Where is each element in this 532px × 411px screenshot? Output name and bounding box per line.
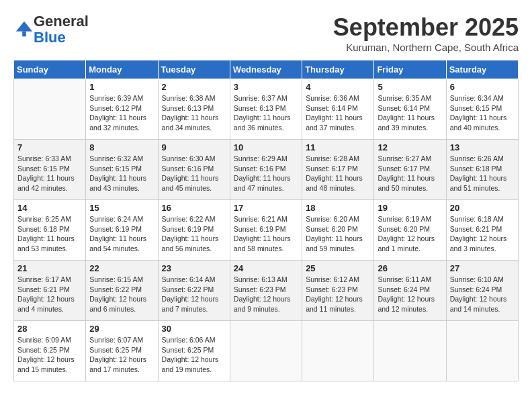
day-info: Sunrise: 6:33 AM Sunset: 6:15 PM Dayligh…	[17, 154, 82, 193]
calendar-cell: 18Sunrise: 6:20 AM Sunset: 6:20 PM Dayli…	[302, 200, 374, 261]
calendar-header-wednesday: Wednesday	[230, 60, 302, 79]
calendar-cell: 14Sunrise: 6:25 AM Sunset: 6:18 PM Dayli…	[14, 200, 86, 261]
calendar-header-tuesday: Tuesday	[158, 60, 230, 79]
day-number: 2	[162, 82, 226, 92]
day-number: 29	[89, 324, 154, 334]
day-number: 7	[17, 142, 82, 152]
day-info: Sunrise: 6:25 AM Sunset: 6:18 PM Dayligh…	[17, 214, 82, 254]
calendar-week-row: 7Sunrise: 6:33 AM Sunset: 6:15 PM Daylig…	[14, 140, 519, 200]
calendar-cell: 16Sunrise: 6:22 AM Sunset: 6:19 PM Dayli…	[158, 200, 230, 261]
day-info: Sunrise: 6:24 AM Sunset: 6:19 PM Dayligh…	[89, 214, 154, 254]
calendar-header-monday: Monday	[86, 60, 158, 79]
calendar-cell: 30Sunrise: 6:06 AM Sunset: 6:25 PM Dayli…	[158, 321, 230, 381]
day-info: Sunrise: 6:39 AM Sunset: 6:12 PM Dayligh…	[89, 93, 154, 133]
calendar-cell: 21Sunrise: 6:17 AM Sunset: 6:21 PM Dayli…	[14, 261, 86, 321]
day-number: 11	[306, 142, 370, 152]
day-info: Sunrise: 6:06 AM Sunset: 6:25 PM Dayligh…	[162, 335, 226, 375]
calendar-cell: 23Sunrise: 6:14 AM Sunset: 6:22 PM Dayli…	[158, 261, 230, 321]
day-number: 30	[162, 324, 226, 334]
day-info: Sunrise: 6:27 AM Sunset: 6:17 PM Dayligh…	[378, 154, 442, 193]
calendar-header-row: SundayMondayTuesdayWednesdayThursdayFrid…	[14, 60, 519, 79]
day-number: 5	[378, 82, 442, 92]
calendar-cell	[374, 321, 446, 381]
day-number: 10	[234, 142, 298, 152]
calendar-cell: 10Sunrise: 6:29 AM Sunset: 6:16 PM Dayli…	[230, 140, 302, 200]
day-number: 8	[89, 142, 154, 152]
calendar-cell: 27Sunrise: 6:10 AM Sunset: 6:24 PM Dayli…	[446, 261, 518, 321]
day-info: Sunrise: 6:22 AM Sunset: 6:19 PM Dayligh…	[162, 214, 226, 254]
calendar-cell: 29Sunrise: 6:07 AM Sunset: 6:25 PM Dayli…	[86, 321, 158, 381]
calendar-cell	[302, 321, 374, 381]
calendar-cell: 12Sunrise: 6:27 AM Sunset: 6:17 PM Dayli…	[374, 140, 446, 200]
day-info: Sunrise: 6:20 AM Sunset: 6:20 PM Dayligh…	[306, 214, 370, 254]
day-info: Sunrise: 6:17 AM Sunset: 6:21 PM Dayligh…	[17, 275, 82, 314]
day-number: 9	[162, 142, 226, 152]
title-block: September 2025 Kuruman, Northern Cape, S…	[333, 13, 519, 53]
day-number: 19	[378, 203, 442, 213]
day-number: 1	[89, 82, 154, 92]
svg-rect-1	[22, 32, 26, 36]
page-header: General Blue September 2025 Kuruman, Nor…	[13, 13, 519, 53]
logo-icon	[15, 20, 34, 39]
day-info: Sunrise: 6:26 AM Sunset: 6:18 PM Dayligh…	[450, 154, 515, 193]
day-number: 28	[17, 324, 82, 334]
svg-marker-0	[16, 21, 32, 32]
calendar-table: SundayMondayTuesdayWednesdayThursdayFrid…	[13, 60, 519, 381]
calendar-cell: 26Sunrise: 6:11 AM Sunset: 6:24 PM Dayli…	[374, 261, 446, 321]
calendar-cell: 4Sunrise: 6:36 AM Sunset: 6:14 PM Daylig…	[302, 79, 374, 140]
day-info: Sunrise: 6:15 AM Sunset: 6:22 PM Dayligh…	[89, 275, 154, 314]
calendar-header-sunday: Sunday	[14, 60, 86, 79]
day-info: Sunrise: 6:11 AM Sunset: 6:24 PM Dayligh…	[378, 275, 442, 314]
calendar-cell	[14, 79, 86, 140]
day-info: Sunrise: 6:30 AM Sunset: 6:16 PM Dayligh…	[162, 154, 226, 193]
calendar-cell: 7Sunrise: 6:33 AM Sunset: 6:15 PM Daylig…	[14, 140, 86, 200]
day-number: 14	[17, 203, 82, 213]
day-info: Sunrise: 6:19 AM Sunset: 6:20 PM Dayligh…	[378, 214, 442, 254]
day-info: Sunrise: 6:14 AM Sunset: 6:22 PM Dayligh…	[162, 275, 226, 314]
day-info: Sunrise: 6:18 AM Sunset: 6:21 PM Dayligh…	[450, 214, 515, 254]
logo-general-text: General	[34, 13, 89, 30]
day-number: 15	[89, 203, 154, 213]
day-number: 4	[306, 82, 370, 92]
calendar-cell	[230, 321, 302, 381]
calendar-header-saturday: Saturday	[446, 60, 518, 79]
day-number: 20	[450, 203, 515, 213]
month-title: September 2025	[333, 13, 519, 42]
day-number: 17	[234, 203, 298, 213]
day-info: Sunrise: 6:37 AM Sunset: 6:13 PM Dayligh…	[234, 93, 298, 133]
day-info: Sunrise: 6:12 AM Sunset: 6:23 PM Dayligh…	[306, 275, 370, 314]
day-info: Sunrise: 6:36 AM Sunset: 6:14 PM Dayligh…	[306, 93, 370, 133]
day-number: 25	[306, 263, 370, 273]
day-number: 27	[450, 263, 515, 273]
day-info: Sunrise: 6:29 AM Sunset: 6:16 PM Dayligh…	[234, 154, 298, 193]
day-info: Sunrise: 6:32 AM Sunset: 6:15 PM Dayligh…	[89, 154, 154, 193]
day-number: 3	[234, 82, 298, 92]
day-number: 24	[234, 263, 298, 273]
calendar-cell: 28Sunrise: 6:09 AM Sunset: 6:25 PM Dayli…	[14, 321, 86, 381]
calendar-cell: 2Sunrise: 6:38 AM Sunset: 6:13 PM Daylig…	[158, 79, 230, 140]
calendar-cell: 3Sunrise: 6:37 AM Sunset: 6:13 PM Daylig…	[230, 79, 302, 140]
calendar-cell: 13Sunrise: 6:26 AM Sunset: 6:18 PM Dayli…	[446, 140, 518, 200]
day-number: 16	[162, 203, 226, 213]
day-number: 18	[306, 203, 370, 213]
calendar-week-row: 28Sunrise: 6:09 AM Sunset: 6:25 PM Dayli…	[14, 321, 519, 381]
calendar-cell: 25Sunrise: 6:12 AM Sunset: 6:23 PM Dayli…	[302, 261, 374, 321]
calendar-cell: 5Sunrise: 6:35 AM Sunset: 6:14 PM Daylig…	[374, 79, 446, 140]
calendar-cell: 1Sunrise: 6:39 AM Sunset: 6:12 PM Daylig…	[86, 79, 158, 140]
calendar-cell: 8Sunrise: 6:32 AM Sunset: 6:15 PM Daylig…	[86, 140, 158, 200]
day-info: Sunrise: 6:38 AM Sunset: 6:13 PM Dayligh…	[162, 93, 226, 133]
calendar-week-row: 21Sunrise: 6:17 AM Sunset: 6:21 PM Dayli…	[14, 261, 519, 321]
day-info: Sunrise: 6:28 AM Sunset: 6:17 PM Dayligh…	[306, 154, 370, 193]
day-info: Sunrise: 6:09 AM Sunset: 6:25 PM Dayligh…	[17, 335, 82, 375]
calendar-cell: 15Sunrise: 6:24 AM Sunset: 6:19 PM Dayli…	[86, 200, 158, 261]
day-number: 13	[450, 142, 515, 152]
calendar-cell: 6Sunrise: 6:34 AM Sunset: 6:15 PM Daylig…	[446, 79, 518, 140]
day-number: 6	[450, 82, 515, 92]
calendar-cell: 24Sunrise: 6:13 AM Sunset: 6:23 PM Dayli…	[230, 261, 302, 321]
calendar-cell: 22Sunrise: 6:15 AM Sunset: 6:22 PM Dayli…	[86, 261, 158, 321]
calendar-cell: 20Sunrise: 6:18 AM Sunset: 6:21 PM Dayli…	[446, 200, 518, 261]
day-info: Sunrise: 6:35 AM Sunset: 6:14 PM Dayligh…	[378, 93, 442, 133]
day-info: Sunrise: 6:13 AM Sunset: 6:23 PM Dayligh…	[234, 275, 298, 314]
location: Kuruman, Northern Cape, South Africa	[333, 42, 519, 53]
logo-blue-text: Blue	[34, 29, 66, 46]
